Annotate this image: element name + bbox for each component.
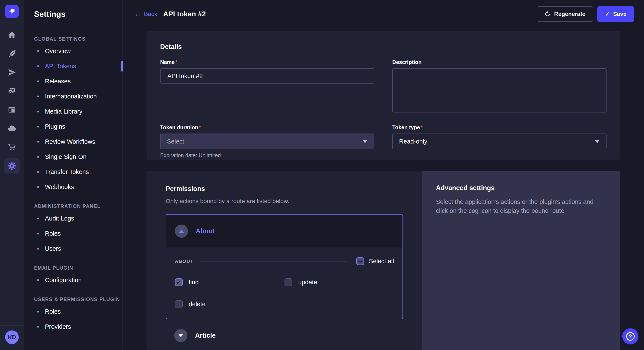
user-avatar[interactable]: KD — [5, 331, 19, 344]
sidebar-item-single-sign-on[interactable]: Single Sign-On — [24, 149, 122, 164]
bullet-icon — [37, 233, 39, 234]
permissions-panel: Permissions Only actions bound by a rout… — [146, 171, 422, 350]
chevron-down-icon — [178, 334, 183, 337]
description-label: Description — [392, 59, 606, 65]
rail-bottom-divider — [0, 325, 24, 326]
sidebar-item-transfer-tokens[interactable]: Transfer Tokens — [24, 164, 122, 179]
cloud-icon — [8, 124, 16, 133]
bullet-icon — [37, 50, 39, 52]
sidebar-item-media-library[interactable]: Media Library — [24, 104, 122, 119]
bullet-icon — [37, 80, 39, 82]
sidebar-item-webhooks[interactable]: Webhooks — [24, 179, 122, 194]
nav-marketplace[interactable] — [0, 138, 24, 157]
settings-sidebar: Settings GLOBAL SETTINGS Overview API To… — [24, 0, 123, 350]
name-label: Name* — [160, 59, 374, 65]
details-form: Name* API token #2 Description Token dur… — [160, 59, 606, 159]
check-icon: ✓ — [176, 279, 181, 286]
sidebar-item-releases[interactable]: Releases — [24, 74, 122, 89]
duration-field-group: Token duration* Select Expiration date: … — [160, 124, 374, 159]
sidebar-item-up-roles[interactable]: Roles — [24, 304, 122, 319]
sidebar-item-email-configuration[interactable]: Configuration — [24, 273, 122, 288]
nav-cloud[interactable] — [0, 119, 24, 138]
nav-home[interactable] — [0, 25, 24, 44]
details-title: Details — [160, 43, 606, 51]
sidebar-item-audit-logs[interactable]: Audit Logs — [24, 211, 122, 226]
bullet-icon — [37, 248, 39, 250]
accordion-article-header[interactable]: Article — [166, 319, 403, 350]
page-title: API token #2 — [163, 10, 206, 18]
action-delete: delete — [175, 300, 284, 308]
refresh-icon — [544, 11, 551, 17]
nav-content[interactable] — [0, 44, 24, 63]
permissions-title: Permissions — [166, 185, 403, 193]
nav-content-manager[interactable] — [0, 100, 24, 119]
help-button[interactable]: ? — [622, 328, 638, 345]
sidebar-item-internationalization[interactable]: Internationalization — [24, 89, 122, 104]
sidebar-item-api-tokens[interactable]: API Tokens — [24, 59, 122, 74]
accordion-about-title: About — [196, 227, 215, 235]
sidebar-item-review-workflows[interactable]: Review Workflows — [24, 134, 122, 149]
collapse-toggle-button[interactable] — [175, 224, 188, 238]
bullet-icon — [37, 126, 39, 128]
sidebar-item-plugins[interactable]: Plugins — [24, 119, 122, 134]
chevron-up-icon — [179, 229, 184, 233]
accordion-about-header[interactable]: About — [166, 214, 402, 247]
accordion-about: About ABOUT Select all ✓ find — [166, 214, 403, 319]
select-all-label: Select all — [369, 258, 394, 265]
advanced-settings-description: Select the application's actions or the … — [436, 197, 606, 215]
back-button[interactable]: ← Back — [134, 11, 157, 17]
sidebar-title-divider — [34, 27, 44, 27]
bullet-icon — [37, 95, 39, 97]
bullet-icon — [37, 65, 39, 67]
chevron-down-icon — [362, 140, 368, 143]
bullet-icon — [37, 141, 39, 143]
name-field-group: Name* API token #2 — [160, 59, 374, 113]
update-checkbox[interactable] — [284, 278, 292, 286]
main-nav-rail: KD — [0, 0, 24, 350]
question-mark-icon: ? — [626, 332, 635, 341]
sidebar-item-admin-roles[interactable]: Roles — [24, 226, 122, 241]
select-all-checkbox[interactable] — [356, 257, 364, 265]
sidebar-item-overview[interactable]: Overview — [24, 44, 122, 59]
nav-deploy[interactable] — [0, 63, 24, 82]
rail-icons — [0, 25, 24, 175]
home-icon — [8, 30, 16, 39]
save-button[interactable]: ✓ Save — [597, 6, 634, 22]
action-label: update — [298, 279, 317, 286]
bullet-icon — [37, 217, 39, 219]
media-icon — [8, 87, 16, 95]
settings-gear-icon — [8, 161, 16, 170]
back-arrow-icon: ← — [134, 11, 141, 17]
about-subheader: ABOUT Select all — [175, 257, 394, 265]
sidebar-item-admin-users[interactable]: Users — [24, 241, 122, 256]
type-select[interactable]: Read-only — [392, 134, 606, 149]
name-input[interactable]: API token #2 — [160, 68, 374, 84]
description-textarea[interactable] — [392, 68, 606, 113]
duration-select[interactable]: Select — [160, 134, 374, 149]
description-field-group: Description — [392, 59, 606, 113]
regenerate-button[interactable]: Regenerate — [537, 6, 593, 22]
nav-settings[interactable] — [0, 157, 24, 175]
active-indicator — [122, 61, 123, 72]
section-global-settings: GLOBAL SETTINGS — [24, 36, 122, 42]
section-email-plugin: EMAIL PLUGIN — [24, 265, 122, 271]
bullet-icon — [37, 171, 39, 173]
about-section-label: ABOUT — [175, 259, 194, 264]
find-checkbox[interactable]: ✓ — [175, 278, 183, 286]
action-update: update — [284, 278, 394, 286]
expand-toggle-button[interactable] — [174, 329, 188, 342]
strapi-logo[interactable] — [5, 5, 19, 18]
delete-checkbox[interactable] — [175, 300, 183, 308]
action-label: find — [189, 279, 199, 286]
advanced-settings-panel: Advanced settings Select the application… — [422, 171, 620, 350]
strapi-logo-icon — [8, 7, 16, 15]
section-users-permissions-plugin: USERS & PERMISSIONS PLUGIN — [24, 297, 122, 302]
sidebar-title: Settings — [24, 10, 122, 19]
duration-hint: Expiration date: Unlimited — [160, 152, 374, 159]
divider — [200, 261, 347, 262]
nav-media-library[interactable] — [0, 82, 24, 100]
required-marker: * — [420, 124, 423, 130]
type-field-group: Token type* Read-only — [392, 124, 606, 159]
bullet-icon — [37, 111, 39, 113]
sidebar-item-up-providers[interactable]: Providers — [24, 319, 122, 334]
